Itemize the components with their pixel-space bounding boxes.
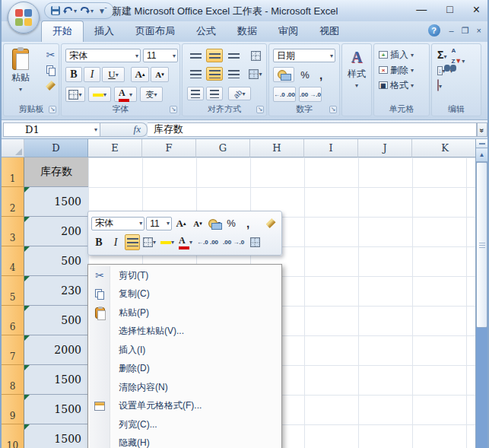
- tab-data[interactable]: 数据: [227, 21, 268, 42]
- format-painter-button[interactable]: [46, 81, 56, 91]
- alignment-dialog-launcher[interactable]: ↘: [256, 106, 264, 113]
- row-header-3[interactable]: 3: [2, 217, 24, 246]
- mini-increase-decimal-button[interactable]: ←.0 .00: [195, 234, 220, 250]
- decrease-decimal-button[interactable]: .00 →.0: [299, 87, 322, 102]
- cell-D7[interactable]: 2000: [24, 335, 88, 365]
- accounting-format-button[interactable]: ▾: [273, 67, 294, 82]
- redo-button[interactable]: ▾: [80, 6, 94, 15]
- tab-page-layout[interactable]: 页面布局: [125, 21, 186, 42]
- number-dialog-launcher[interactable]: ↘: [329, 106, 337, 113]
- mini-bold-button[interactable]: B: [91, 234, 106, 250]
- menu-item-copy[interactable]: 复制(C): [88, 285, 281, 304]
- column-header-K[interactable]: K: [412, 139, 478, 157]
- mini-borders-button[interactable]: ▾: [141, 234, 157, 250]
- italic-button[interactable]: I: [84, 67, 100, 82]
- split-handle[interactable]: [476, 139, 487, 148]
- menu-item-delete[interactable]: 删除(D): [88, 360, 281, 379]
- cut-button[interactable]: ✂: [46, 49, 56, 61]
- column-header-E[interactable]: E: [88, 139, 142, 157]
- ribbon-restore-button[interactable]: ❐: [462, 26, 469, 36]
- merge-center-button[interactable]: ▾: [247, 67, 264, 81]
- ribbon-minimize-button[interactable]: –: [449, 26, 454, 36]
- row-header-1[interactable]: 1: [2, 157, 24, 187]
- format-cells-button[interactable]: ▦格式▾: [374, 78, 429, 93]
- copy-button[interactable]: [46, 65, 56, 76]
- row-header-10[interactable]: 10: [2, 424, 24, 448]
- align-left-button[interactable]: [187, 67, 204, 81]
- font-dialog-launcher[interactable]: ↘: [170, 106, 177, 113]
- column-header-F[interactable]: F: [142, 139, 196, 157]
- phonetic-guide-button[interactable]: 变▾: [140, 87, 163, 102]
- row-header-8[interactable]: 8: [2, 365, 24, 395]
- font-color-button[interactable]: A▾: [114, 87, 137, 102]
- shrink-font-button[interactable]: A▾: [151, 67, 169, 82]
- mini-accounting-button[interactable]: ▾: [207, 215, 222, 231]
- minimize-button[interactable]: —: [416, 3, 427, 17]
- office-button[interactable]: [8, 2, 40, 33]
- insert-cells-button[interactable]: +插入▾: [374, 47, 429, 62]
- bold-button[interactable]: B: [65, 67, 82, 82]
- menu-item-paste-special[interactable]: 选择性粘贴(V)...: [88, 322, 281, 342]
- borders-button[interactable]: ▾: [65, 87, 85, 102]
- row-header-6[interactable]: 6: [2, 306, 24, 335]
- align-bottom-button[interactable]: [225, 49, 242, 62]
- comma-style-button[interactable]: ,: [316, 67, 326, 82]
- align-right-button[interactable]: [225, 67, 242, 81]
- cell-D6[interactable]: 500: [24, 306, 88, 335]
- row-header-2[interactable]: 2: [2, 187, 24, 217]
- increase-indent-button[interactable]: [206, 87, 223, 100]
- mini-shrink-font-button[interactable]: A▾: [190, 215, 205, 231]
- menu-item-insert[interactable]: 插入(I): [88, 341, 281, 360]
- tab-insert[interactable]: 插入: [84, 21, 125, 42]
- column-header-J[interactable]: J: [358, 139, 412, 157]
- tab-review[interactable]: 审阅: [268, 21, 309, 42]
- tab-home[interactable]: 开始: [41, 21, 84, 42]
- menu-item-cut[interactable]: ✂剪切(T): [88, 266, 281, 285]
- expand-formula-bar-button[interactable]: »: [477, 122, 487, 137]
- find-select-button[interactable]: ▾: [450, 65, 453, 75]
- cell-D1[interactable]: 库存数: [24, 157, 88, 187]
- sort-filter-button[interactable]: AZ▼▾: [451, 44, 465, 65]
- column-header-D[interactable]: D: [24, 139, 88, 157]
- menu-item-paste[interactable]: 粘贴(P): [88, 303, 281, 322]
- align-top-button[interactable]: [187, 49, 204, 62]
- cell-D2[interactable]: 1500: [24, 187, 88, 217]
- row-header-9[interactable]: 9: [2, 395, 24, 424]
- number-format-combo[interactable]: 日期▾: [273, 49, 335, 62]
- percent-style-button[interactable]: %: [297, 67, 313, 82]
- close-button[interactable]: ×: [473, 3, 480, 17]
- font-name-combo[interactable]: 宋体▾: [65, 49, 141, 62]
- mini-merge-center-button[interactable]: [247, 234, 262, 250]
- wrap-text-button[interactable]: [247, 49, 264, 62]
- delete-cells-button[interactable]: ×删除▾: [374, 62, 429, 78]
- menu-item-clear-contents[interactable]: 清除内容(N): [88, 378, 281, 397]
- clipboard-dialog-launcher[interactable]: ↘: [49, 106, 56, 113]
- mini-decrease-decimal-button[interactable]: .00 →.0: [221, 234, 246, 250]
- insert-function-button[interactable]: fx: [100, 122, 148, 137]
- autosum-button[interactable]: Σ▾: [437, 49, 446, 61]
- underline-button[interactable]: U▾: [102, 67, 125, 82]
- scrollbar-thumb[interactable]: [476, 162, 487, 328]
- menu-item-hide[interactable]: 隐藏(H): [88, 434, 281, 448]
- tab-formulas[interactable]: 公式: [186, 21, 227, 42]
- mini-comma-button[interactable]: ,: [240, 215, 256, 231]
- undo-button[interactable]: ▾: [63, 6, 77, 15]
- save-button[interactable]: [51, 6, 60, 15]
- formula-input[interactable]: 库存数: [148, 122, 477, 137]
- menu-item-format-cells[interactable]: 设置单元格格式(F)...: [88, 397, 281, 416]
- styles-button[interactable]: A 样式 ▾: [342, 49, 371, 89]
- mini-align-center-button[interactable]: [125, 234, 140, 250]
- mini-font-color-button[interactable]: A▾: [177, 234, 194, 250]
- cell-D8[interactable]: 1500: [24, 365, 88, 395]
- column-header-G[interactable]: G: [196, 139, 250, 157]
- menu-item-column-width[interactable]: 列宽(C)...: [88, 415, 281, 434]
- scroll-up-button[interactable]: ▲: [476, 148, 487, 162]
- increase-decimal-button[interactable]: ←.0 .00: [273, 87, 296, 102]
- name-box[interactable]: D1▾: [3, 122, 100, 137]
- maximize-button[interactable]: □: [446, 3, 452, 17]
- mini-grow-font-button[interactable]: A▴: [173, 215, 189, 231]
- qat-overflow-button[interactable]: ▼̄: [98, 7, 106, 15]
- fill-color-button[interactable]: ▾: [88, 87, 111, 102]
- mini-fill-color-button[interactable]: ▾: [159, 234, 176, 250]
- paste-button[interactable]: 粘贴 ▾: [8, 49, 33, 102]
